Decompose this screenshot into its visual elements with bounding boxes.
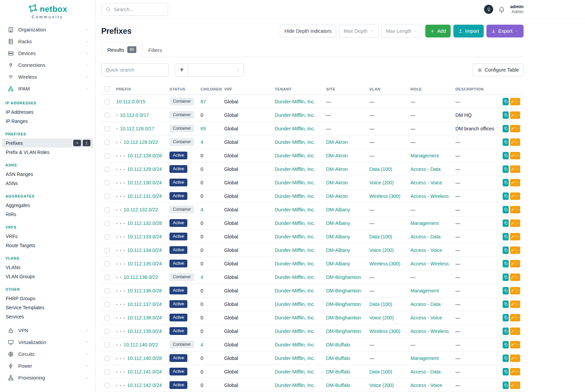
edit-button[interactable] — [510, 233, 520, 240]
column-header-status[interactable]: STATUS — [166, 83, 197, 95]
role-link[interactable]: Access - Data — [410, 302, 441, 307]
edit-button[interactable] — [510, 98, 520, 105]
sidebar-item-route-targets[interactable]: Route Targets — [2, 241, 93, 250]
sidebar-item-aggregates[interactable]: Aggregates — [2, 201, 93, 210]
prefix-link[interactable]: 10.112.132.0/28 — [127, 220, 162, 226]
select-all-checkbox[interactable] — [105, 86, 110, 92]
clone-button[interactable] — [503, 111, 509, 119]
vlan-link[interactable]: Voice (200) — [369, 247, 394, 253]
children-count-link[interactable]: 4 — [201, 139, 203, 145]
user-menu[interactable]: admin Admin — [510, 4, 524, 15]
site-link[interactable]: DM-Binghamton — [326, 315, 361, 320]
children-count-link[interactable]: 65 — [201, 126, 206, 131]
prefix-link[interactable]: 10.112.129.0/24 — [127, 166, 162, 172]
tenant-link[interactable]: Dunder-Mifflin, Inc. — [275, 112, 315, 118]
max-depth-dropdown[interactable]: Max Depth — [339, 25, 378, 37]
global-search[interactable] — [101, 3, 168, 16]
tenant-link[interactable]: Dunder-Mifflin, Inc. — [275, 275, 315, 280]
vlan-link[interactable]: Wireless (300) — [369, 261, 400, 266]
tenant-link[interactable]: Dunder-Mifflin, Inc. — [275, 342, 315, 347]
tenant-link[interactable]: Dunder-Mifflin, Inc. — [275, 99, 315, 104]
edit-button[interactable] — [510, 328, 520, 335]
row-checkbox[interactable] — [105, 126, 110, 131]
tenant-link[interactable]: Dunder-Mifflin, Inc. — [275, 207, 315, 212]
role-link[interactable]: Access - Voice — [410, 247, 442, 253]
sidebar-item-organization[interactable]: Organization — [0, 24, 95, 35]
children-count-link[interactable]: 67 — [201, 99, 206, 104]
edit-button[interactable] — [510, 368, 520, 375]
sidebar-item-power[interactable]: Power — [0, 360, 95, 372]
role-link[interactable]: Management — [410, 220, 439, 226]
prefix-link[interactable]: 10.112.128.0/22 — [124, 139, 158, 145]
row-checkbox[interactable] — [105, 356, 110, 361]
role-link[interactable]: Access - Wireless — [410, 261, 449, 266]
sidebar-item-virtualization[interactable]: Virtualization — [0, 336, 95, 348]
sidebar-item-service-templates[interactable]: Service Templates — [2, 303, 93, 312]
sidebar-item-services[interactable]: Services — [2, 312, 93, 321]
vlan-link[interactable]: Data (100) — [369, 369, 392, 374]
site-link[interactable]: DM-Buffalo — [326, 342, 350, 347]
saved-filter-select[interactable] — [188, 63, 244, 77]
site-link[interactable]: DM-Binghamton — [326, 329, 361, 334]
clone-button[interactable] — [503, 206, 509, 213]
edit-button[interactable] — [510, 206, 520, 213]
clone-button[interactable] — [503, 179, 509, 186]
sidebar-item-prefix-vlan-roles[interactable]: Prefix & VLAN Roles — [2, 148, 93, 157]
site-link[interactable]: DM-Albany — [326, 234, 350, 239]
edit-button[interactable] — [510, 165, 520, 173]
column-header-vlan[interactable]: VLAN — [366, 83, 407, 95]
edit-button[interactable] — [510, 246, 520, 254]
sidebar-item-vpn[interactable]: VPN — [0, 324, 95, 336]
tenant-link[interactable]: Dunder-Mifflin, Inc. — [275, 139, 315, 145]
prefix-link[interactable]: 10.112.130.0/24 — [127, 180, 162, 185]
row-checkbox[interactable] — [105, 302, 110, 307]
site-link[interactable]: DM-Binghamton — [326, 288, 361, 293]
edit-button[interactable] — [510, 125, 520, 132]
row-checkbox[interactable] — [105, 153, 110, 158]
sidebar-item-devices[interactable]: Devices — [0, 47, 95, 59]
tenant-link[interactable]: Dunder-Mifflin, Inc. — [275, 247, 315, 253]
clone-button[interactable] — [503, 341, 509, 348]
prefix-link[interactable]: 10.112.141.0/24 — [127, 369, 162, 374]
sidebar-item-ip-addresses[interactable]: IP Addresses — [2, 107, 93, 116]
prefix-link[interactable]: 10.112.140.0/28 — [127, 356, 162, 361]
sidebar-item-vlans[interactable]: VLANs — [2, 263, 93, 272]
clone-button[interactable] — [503, 98, 509, 105]
edit-button[interactable] — [510, 273, 520, 281]
sidebar-item-ip-ranges[interactable]: IP Ranges — [2, 116, 93, 126]
sidebar-item-connections[interactable]: Connections — [0, 59, 95, 71]
tab-filters[interactable]: Filters — [142, 44, 168, 57]
row-checkbox[interactable] — [105, 383, 110, 388]
clone-button[interactable] — [503, 300, 509, 308]
filter-button[interactable] — [175, 63, 188, 77]
theme-toggle-button[interactable] — [484, 5, 493, 14]
role-link[interactable]: Access - Wireless — [410, 193, 449, 199]
row-checkbox[interactable] — [105, 248, 110, 253]
row-checkbox[interactable] — [105, 288, 110, 293]
sidebar-item-prefixes[interactable]: Prefixes — [2, 138, 93, 148]
prefix-link[interactable]: 10.112.136.0/22 — [124, 275, 158, 280]
tenant-link[interactable]: Dunder-Mifflin, Inc. — [275, 302, 315, 307]
prefix-link[interactable]: 10.112.134.0/24 — [127, 247, 162, 253]
clone-button[interactable] — [503, 246, 509, 254]
role-link[interactable]: Access - Wireless — [410, 329, 449, 334]
tab-results[interactable]: Results 90 — [101, 43, 142, 57]
site-link[interactable]: DM-Buffalo — [326, 356, 350, 361]
row-checkbox[interactable] — [105, 342, 110, 347]
site-link[interactable]: DM-Buffalo — [326, 369, 350, 374]
tenant-link[interactable]: Dunder-Mifflin, Inc. — [275, 356, 315, 361]
prefix-link[interactable]: 10.112.135.0/24 — [127, 261, 162, 266]
clone-button[interactable] — [503, 138, 509, 146]
tenant-link[interactable]: Dunder-Mifflin, Inc. — [275, 288, 315, 293]
children-count-link[interactable]: 4 — [201, 275, 203, 280]
site-link[interactable]: DM-Akron — [326, 139, 348, 145]
tenant-link[interactable]: Dunder-Mifflin, Inc. — [275, 193, 315, 199]
prefix-link[interactable]: 10.112.0.0/15 — [116, 99, 145, 104]
site-link[interactable]: DM-Binghamton — [326, 302, 361, 307]
sidebar-item-vlan-groups[interactable]: VLAN Groups — [2, 272, 93, 281]
clone-button[interactable] — [503, 314, 509, 321]
edit-button[interactable] — [510, 300, 520, 308]
prefix-link[interactable]: 10.112.131.0/24 — [127, 193, 162, 199]
site-link[interactable]: DM-Akron — [326, 166, 348, 172]
row-checkbox[interactable] — [105, 113, 110, 118]
